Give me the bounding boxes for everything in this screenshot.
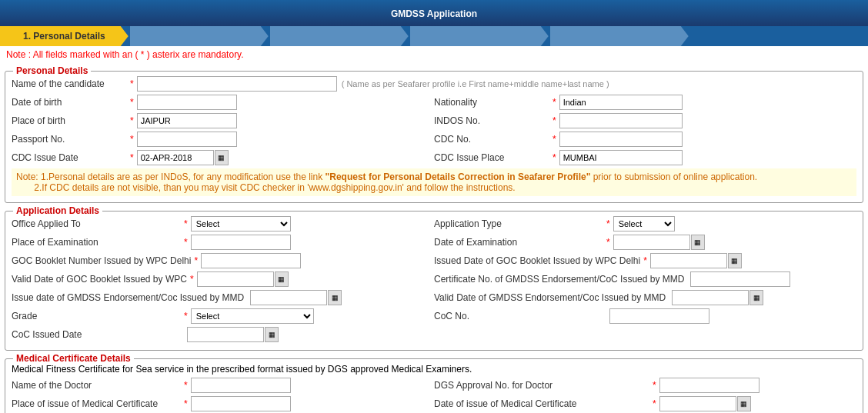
- dob-cell: Date of birth *: [12, 95, 434, 110]
- passport-cell: Passport No. *: [12, 132, 434, 147]
- valid-date-gmdss-input[interactable]: [672, 290, 749, 305]
- candidate-name-input[interactable]: [137, 76, 337, 92]
- dgs-approval-label: DGS Approval No. for Doctor: [434, 380, 649, 391]
- doctor-name-label: Name of the Doctor: [12, 380, 181, 391]
- office-select[interactable]: Select: [191, 216, 291, 231]
- dob-label: Date of birth: [12, 97, 127, 108]
- date-exam-input[interactable]: [613, 235, 690, 250]
- tab-personal-details[interactable]: 1. Personal Details: [0, 26, 129, 46]
- tab-3[interactable]: [270, 26, 409, 46]
- medical-note-row: Medical Fitness Certificate for Sea serv…: [12, 364, 856, 375]
- tab-4[interactable]: [410, 26, 549, 46]
- candidate-name-label: Name of the candidate: [12, 78, 127, 89]
- goc-booklet-input[interactable]: [201, 253, 301, 268]
- place-medical-cell: Place of issue of Medical Certificate *: [12, 396, 434, 411]
- issue-date-gmdss-label: Issue date of GMDSS Endorsement/Coc Issu…: [12, 292, 244, 303]
- candidate-name-hint: ( Name as per Seafarer profile i.e First…: [342, 79, 609, 88]
- coc-issued-date-cell: CoC Issued Date ▦: [12, 327, 434, 342]
- passport-cdc-row: Passport No. * CDC No. *: [12, 132, 856, 147]
- apptype-cell: Application Type * Select: [434, 216, 856, 231]
- issued-date-goc-label: Issued Date of GOC Booklet Issued by WPC…: [434, 255, 640, 266]
- coc-issued-date-picker[interactable]: ▦: [265, 327, 279, 342]
- valid-cert-row: Valid Date of GOC Booklet Issued by WPC …: [12, 271, 856, 287]
- date-medical-input[interactable]: [659, 396, 736, 411]
- grade-select[interactable]: Select: [191, 308, 314, 324]
- mandatory-note: Note : All fields marked with an ( * ) a…: [0, 46, 868, 63]
- dgs-approval-cell: DGS Approval No. for Doctor *: [434, 378, 856, 393]
- dob-input[interactable]: [137, 95, 237, 110]
- place-medical-input[interactable]: [191, 396, 291, 411]
- exam-row: Place of Examination * Date of Examinati…: [12, 235, 856, 250]
- personal-note: Note: 1.Personal details are as per INDo…: [12, 168, 856, 196]
- place-exam-input[interactable]: [191, 235, 291, 250]
- goc-booklet-cell: GOC Booklet Number Issued by WPC Delhi *: [12, 253, 434, 268]
- page-header: GMDSS Application: [0, 0, 868, 26]
- date-exam-cell: Date of Examination * ▦: [434, 235, 856, 250]
- office-apptype-row: Office Applied To * Select Application T…: [12, 216, 856, 231]
- valid-date-gmdss-picker[interactable]: ▦: [749, 290, 763, 305]
- doctor-name-input[interactable]: [191, 378, 291, 393]
- date-exam-label: Date of Examination: [434, 237, 603, 248]
- issued-date-goc-cell: Issued Date of GOC Booklet Issued by WPC…: [434, 253, 856, 268]
- coc-no-input[interactable]: [609, 308, 709, 324]
- date-medical-picker[interactable]: ▦: [737, 396, 751, 411]
- coc-issued-date-row: CoC Issued Date ▦: [12, 327, 856, 342]
- cdc-issue-date-input[interactable]: [137, 150, 214, 165]
- application-details-title: Application Details: [13, 205, 102, 216]
- apptype-select[interactable]: Select: [613, 216, 675, 231]
- place-birth-cell: Place of birth *: [12, 113, 434, 128]
- cdc-issue-row: CDC Issue Date * ▦ CDC Issue Place *: [12, 150, 856, 165]
- cdc-input[interactable]: [559, 132, 683, 147]
- place-medical-label: Place of issue of Medical Certificate: [12, 398, 181, 409]
- date-exam-picker[interactable]: ▦: [691, 235, 705, 250]
- office-cell: Office Applied To * Select: [12, 216, 434, 231]
- indos-input[interactable]: [559, 113, 683, 128]
- valid-date-gmdss-cell: Valid Date of GMDSS Endorsement/Coc Issu…: [434, 290, 856, 305]
- cdc-issue-date-label: CDC Issue Date: [12, 152, 127, 163]
- date-medical-cell: Date of issue of Medical Certificate * ▦: [434, 396, 856, 411]
- cert-no-gmdss-label: Certificate No. of GMDSS Endorsement/CoC…: [434, 274, 684, 285]
- valid-date-goc-cell: Valid Date of GOC Booklet Issued by WPC …: [12, 271, 434, 287]
- coc-no-label: CoC No.: [434, 311, 603, 321]
- medical-place-date-row: Place of issue of Medical Certificate * …: [12, 396, 856, 411]
- issue-date-gmdss-cell: Issue date of GMDSS Endorsement/Coc Issu…: [12, 290, 434, 305]
- place-indos-row: Place of birth * INDOS No. *: [12, 113, 856, 128]
- issued-date-goc-picker[interactable]: ▦: [728, 253, 742, 268]
- candidate-name-cell: Name of the candidate * ( Name as per Se…: [12, 76, 856, 92]
- passport-input[interactable]: [137, 132, 237, 147]
- place-birth-input[interactable]: [137, 113, 237, 128]
- tab-5[interactable]: [550, 26, 689, 46]
- issue-date-gmdss-input[interactable]: [250, 290, 327, 305]
- apptype-label: Application Type: [434, 218, 603, 229]
- page-title: GMDSS Application: [391, 8, 477, 19]
- tabs-bar: 1. Personal Details: [0, 26, 868, 46]
- nationality-input[interactable]: [559, 95, 683, 110]
- doctor-row: Name of the Doctor * DGS Approval No. fo…: [12, 378, 856, 393]
- cdc-issue-place-cell: CDC Issue Place *: [434, 150, 856, 165]
- office-label: Office Applied To: [12, 218, 181, 229]
- date-medical-label: Date of issue of Medical Certificate: [434, 398, 649, 409]
- goc-booklet-label: GOC Booklet Number Issued by WPC Delhi: [12, 255, 191, 266]
- issued-date-goc-input[interactable]: [650, 253, 727, 268]
- cdc-issue-place-input[interactable]: [559, 150, 683, 165]
- cdc-issue-date-picker[interactable]: ▦: [215, 150, 229, 165]
- dgs-approval-input[interactable]: [659, 378, 760, 393]
- cdc-issue-date-cell: CDC Issue Date * ▦: [12, 150, 434, 165]
- goc-row: GOC Booklet Number Issued by WPC Delhi *…: [12, 253, 856, 268]
- application-details-section: Application Details Office Applied To * …: [5, 211, 863, 351]
- nationality-label: Nationality: [434, 97, 549, 108]
- grade-coc-row: Grade * Select CoC No.: [12, 308, 856, 324]
- coc-issued-date-input[interactable]: [187, 327, 264, 342]
- cert-no-gmdss-input[interactable]: [690, 271, 790, 287]
- issue-date-gmdss-picker[interactable]: ▦: [328, 290, 342, 305]
- tab-2[interactable]: [130, 26, 269, 46]
- gmdss-dates-row: Issue date of GMDSS Endorsement/Coc Issu…: [12, 290, 856, 305]
- valid-date-goc-input[interactable]: [197, 271, 274, 287]
- valid-date-goc-picker[interactable]: ▦: [275, 271, 289, 287]
- passport-label: Passport No.: [12, 134, 127, 145]
- place-birth-label: Place of birth: [12, 115, 127, 126]
- personal-details-section: Personal Details Name of the candidate *…: [5, 71, 863, 203]
- medical-details-section: Medical Certificate Details Medical Fitn…: [5, 358, 863, 413]
- cdc-label: CDC No.: [434, 134, 549, 145]
- candidate-name-req: *: [130, 78, 134, 89]
